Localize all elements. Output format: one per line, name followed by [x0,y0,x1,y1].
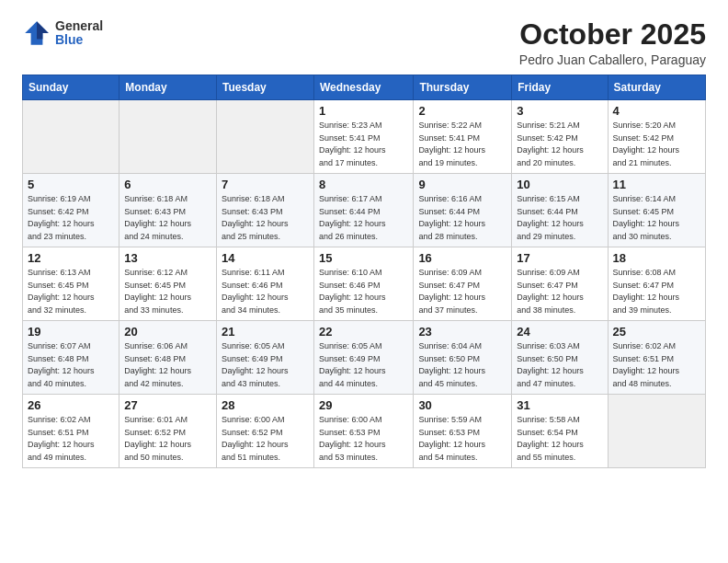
day-info: Sunrise: 5:22 AMSunset: 5:41 PMDaylight:… [418,120,506,169]
day-info: Sunrise: 6:14 AMSunset: 6:45 PMDaylight:… [613,193,700,243]
day-number: 6 [124,178,211,191]
table-row [119,100,217,174]
table-row: 21Sunrise: 6:05 AMSunset: 6:49 PMDayligh… [216,321,313,395]
table-row: 3Sunrise: 5:21 AMSunset: 5:42 PMDaylight… [512,100,608,174]
day-number: 14 [222,251,309,265]
day-info: Sunrise: 6:10 AMSunset: 6:46 PMDaylight:… [319,267,408,316]
day-number: 12 [28,251,114,265]
col-saturday: Saturday [608,75,705,100]
day-info: Sunrise: 6:03 AMSunset: 6:50 PMDaylight:… [517,340,602,390]
day-info: Sunrise: 6:15 AMSunset: 6:44 PMDaylight:… [517,193,602,243]
day-number: 13 [124,251,211,265]
day-number: 2 [418,104,506,118]
calendar-week-row: 1Sunrise: 5:23 AMSunset: 5:41 PMDaylight… [23,100,706,174]
day-number: 22 [319,325,408,339]
calendar-table: Sunday Monday Tuesday Wednesday Thursday… [22,75,706,468]
day-info: Sunrise: 6:07 AMSunset: 6:48 PMDaylight:… [28,340,114,390]
table-row: 4Sunrise: 5:20 AMSunset: 5:42 PMDaylight… [608,100,705,174]
logo-icon [22,18,51,48]
day-info: Sunrise: 6:12 AMSunset: 6:45 PMDaylight:… [124,267,211,316]
day-number: 27 [124,398,211,412]
day-number: 1 [319,104,408,118]
logo: General Blue [22,18,103,48]
table-row: 19Sunrise: 6:07 AMSunset: 6:48 PMDayligh… [23,321,119,395]
table-row: 29Sunrise: 6:00 AMSunset: 6:53 PMDayligh… [313,395,413,468]
day-number: 10 [517,178,602,191]
page: General Blue October 2025 Pedro Juan Cab… [0,0,728,487]
day-number: 29 [319,398,408,412]
logo-general-text: General [55,19,103,33]
table-row: 26Sunrise: 6:02 AMSunset: 6:51 PMDayligh… [23,395,119,468]
day-number: 16 [418,251,506,265]
day-number: 19 [28,325,114,339]
table-row: 11Sunrise: 6:14 AMSunset: 6:45 PMDayligh… [608,174,705,247]
day-info: Sunrise: 6:02 AMSunset: 6:51 PMDaylight:… [28,414,114,464]
day-number: 31 [517,398,602,412]
day-number: 25 [613,325,700,339]
day-info: Sunrise: 6:13 AMSunset: 6:45 PMDaylight:… [28,267,114,316]
table-row: 22Sunrise: 6:05 AMSunset: 6:49 PMDayligh… [313,321,413,395]
day-number: 24 [517,325,602,339]
day-info: Sunrise: 6:00 AMSunset: 6:53 PMDaylight:… [319,414,408,464]
logo-text: General Blue [55,19,103,48]
day-number: 5 [28,178,114,191]
table-row: 10Sunrise: 6:15 AMSunset: 6:44 PMDayligh… [512,174,608,247]
col-friday: Friday [512,75,608,100]
day-info: Sunrise: 5:58 AMSunset: 6:54 PMDaylight:… [517,414,602,464]
day-info: Sunrise: 5:21 AMSunset: 5:42 PMDaylight:… [517,120,602,169]
table-row: 24Sunrise: 6:03 AMSunset: 6:50 PMDayligh… [512,321,608,395]
table-row [216,100,313,174]
col-wednesday: Wednesday [313,75,413,100]
calendar-week-row: 5Sunrise: 6:19 AMSunset: 6:42 PMDaylight… [23,174,706,247]
day-number: 26 [28,398,114,412]
day-info: Sunrise: 6:01 AMSunset: 6:52 PMDaylight:… [124,414,211,464]
day-number: 7 [222,178,309,191]
day-number: 4 [613,104,700,118]
table-row [608,395,705,468]
table-row [23,100,119,174]
calendar-week-row: 19Sunrise: 6:07 AMSunset: 6:48 PMDayligh… [23,321,706,395]
month-title: October 2025 [519,18,706,51]
day-info: Sunrise: 6:11 AMSunset: 6:46 PMDaylight:… [222,267,309,316]
day-info: Sunrise: 6:05 AMSunset: 6:49 PMDaylight:… [319,340,408,390]
day-info: Sunrise: 6:00 AMSunset: 6:52 PMDaylight:… [222,414,309,464]
table-row: 30Sunrise: 5:59 AMSunset: 6:53 PMDayligh… [414,395,512,468]
day-number: 30 [418,398,506,412]
day-info: Sunrise: 6:19 AMSunset: 6:42 PMDaylight:… [28,193,114,243]
col-monday: Monday [119,75,217,100]
day-info: Sunrise: 6:09 AMSunset: 6:47 PMDaylight:… [418,267,506,316]
day-info: Sunrise: 5:59 AMSunset: 6:53 PMDaylight:… [418,414,506,464]
table-row: 1Sunrise: 5:23 AMSunset: 5:41 PMDaylight… [313,100,413,174]
table-row: 9Sunrise: 6:16 AMSunset: 6:44 PMDaylight… [414,174,512,247]
day-number: 17 [517,251,602,265]
header: General Blue October 2025 Pedro Juan Cab… [22,18,706,67]
svg-marker-1 [37,21,49,39]
table-row: 2Sunrise: 5:22 AMSunset: 5:41 PMDaylight… [414,100,512,174]
table-row: 6Sunrise: 6:18 AMSunset: 6:43 PMDaylight… [119,174,217,247]
table-row: 15Sunrise: 6:10 AMSunset: 6:46 PMDayligh… [313,247,413,321]
table-row: 31Sunrise: 5:58 AMSunset: 6:54 PMDayligh… [512,395,608,468]
location-title: Pedro Juan Caballero, Paraguay [519,52,706,67]
calendar-week-row: 26Sunrise: 6:02 AMSunset: 6:51 PMDayligh… [23,395,706,468]
table-row: 17Sunrise: 6:09 AMSunset: 6:47 PMDayligh… [512,247,608,321]
day-info: Sunrise: 6:18 AMSunset: 6:43 PMDaylight:… [124,193,211,243]
day-info: Sunrise: 6:09 AMSunset: 6:47 PMDaylight:… [517,267,602,316]
day-number: 11 [613,178,700,191]
table-row: 28Sunrise: 6:00 AMSunset: 6:52 PMDayligh… [216,395,313,468]
logo-blue-text: Blue [55,33,103,47]
day-info: Sunrise: 6:08 AMSunset: 6:47 PMDaylight:… [613,267,700,316]
day-info: Sunrise: 5:23 AMSunset: 5:41 PMDaylight:… [319,120,408,169]
calendar-header-row: Sunday Monday Tuesday Wednesday Thursday… [23,75,706,100]
day-info: Sunrise: 6:02 AMSunset: 6:51 PMDaylight:… [613,340,700,390]
table-row: 7Sunrise: 6:18 AMSunset: 6:43 PMDaylight… [216,174,313,247]
title-block: October 2025 Pedro Juan Caballero, Parag… [519,18,706,67]
day-info: Sunrise: 6:04 AMSunset: 6:50 PMDaylight:… [418,340,506,390]
day-info: Sunrise: 5:20 AMSunset: 5:42 PMDaylight:… [613,120,700,169]
table-row: 18Sunrise: 6:08 AMSunset: 6:47 PMDayligh… [608,247,705,321]
table-row: 8Sunrise: 6:17 AMSunset: 6:44 PMDaylight… [313,174,413,247]
day-number: 18 [613,251,700,265]
table-row: 12Sunrise: 6:13 AMSunset: 6:45 PMDayligh… [23,247,119,321]
day-number: 8 [319,178,408,191]
table-row: 20Sunrise: 6:06 AMSunset: 6:48 PMDayligh… [119,321,217,395]
table-row: 14Sunrise: 6:11 AMSunset: 6:46 PMDayligh… [216,247,313,321]
